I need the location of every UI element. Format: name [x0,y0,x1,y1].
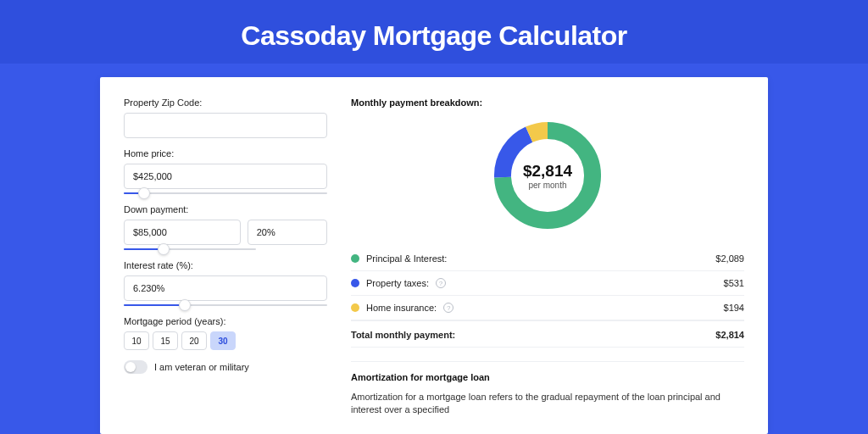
field-down-payment: Down payment: [124,204,327,250]
period-option-10[interactable]: 10 [124,331,149,350]
dot-taxes [351,279,359,287]
interest-rate-label: Interest rate (%): [124,260,327,270]
page-title: Cassoday Mortgage Calculator [0,20,868,52]
interest-rate-input[interactable] [124,275,327,301]
down-payment-slider[interactable] [124,248,256,250]
home-price-label: Home price: [124,148,327,159]
zip-input[interactable] [124,113,327,138]
amortization-title: Amortization for mortgage loan [351,372,744,382]
field-interest-rate: Interest rate (%): [124,260,327,306]
row-principal: Principal & Interest: $2,089 [351,247,744,271]
help-icon[interactable]: ? [443,303,453,313]
donut-amount: $2,814 [523,162,572,181]
home-price-slider[interactable] [124,192,327,194]
field-mortgage-period: Mortgage period (years): 10 15 20 30 [124,316,327,350]
veteran-label: I am veteran or military [154,362,249,372]
field-veteran: I am veteran or military [124,360,327,374]
value-total: $2,814 [715,330,744,340]
period-option-15[interactable]: 15 [153,331,178,350]
help-icon[interactable]: ? [436,278,446,288]
amortization-section: Amortization for mortgage loan Amortizat… [351,361,744,417]
down-payment-label: Down payment: [124,204,327,214]
label-insurance: Home insurance: [366,303,437,313]
label-taxes: Property taxes: [366,278,429,288]
period-option-30[interactable]: 30 [210,331,236,350]
row-taxes: Property taxes: ? $531 [351,271,744,296]
down-percent-input[interactable] [248,220,327,245]
zip-label: Property Zip Code: [124,97,327,108]
mortgage-period-label: Mortgage period (years): [124,316,327,326]
amortization-text: Amortization for a mortgage loan refers … [351,391,744,417]
calculator-panel: Property Zip Code: Home price: Down paym… [100,77,768,434]
home-price-input[interactable] [124,164,327,189]
form-column: Property Zip Code: Home price: Down paym… [124,97,327,417]
donut-center: $2,814 per month [488,116,607,235]
dot-insurance [351,303,359,312]
dot-principal [351,254,359,263]
period-option-20[interactable]: 20 [181,331,207,350]
value-principal: $2,089 [715,253,744,264]
row-insurance: Home insurance: ? $194 [351,296,744,320]
field-home-price: Home price: [124,148,327,194]
label-principal: Principal & Interest: [366,253,447,264]
breakdown-column: Monthly payment breakdown: $2,814 per mo… [351,97,744,417]
value-insurance: $194 [724,303,744,313]
veteran-toggle[interactable] [124,360,147,374]
page-header: Cassoday Mortgage Calculator [0,0,868,64]
field-zip: Property Zip Code: [124,97,327,138]
row-total: Total monthly payment: $2,814 [351,320,744,348]
donut-sub: per month [528,181,566,190]
breakdown-title: Monthly payment breakdown: [351,97,744,108]
donut-chart: $2,814 per month [351,116,744,235]
down-payment-slider-thumb[interactable] [158,243,170,255]
interest-rate-slider-thumb[interactable] [179,299,191,311]
value-taxes: $531 [724,278,744,288]
interest-rate-slider[interactable] [124,304,327,306]
down-amount-input[interactable] [124,220,241,245]
label-total: Total monthly payment: [351,330,455,340]
period-options: 10 15 20 30 [124,331,327,350]
home-price-slider-thumb[interactable] [138,187,150,199]
interest-rate-slider-fill [124,304,185,306]
